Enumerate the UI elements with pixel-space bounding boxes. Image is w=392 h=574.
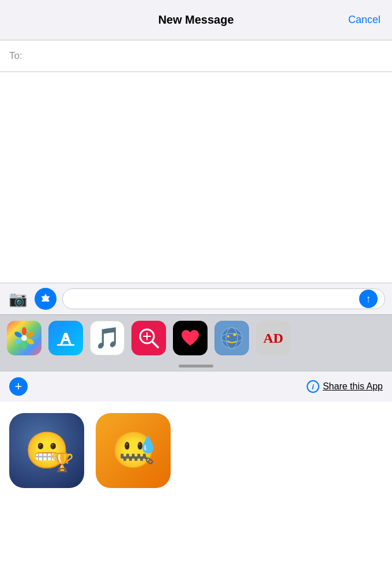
scroll-pill [179, 365, 213, 367]
web-search-icon [137, 327, 160, 350]
globe-icon [220, 326, 244, 350]
share-app-area[interactable]: i Share this App [307, 380, 383, 393]
camera-icon: 📷 [9, 290, 27, 308]
svg-point-1 [21, 335, 27, 341]
camera-button[interactable]: 📷 [7, 288, 29, 310]
sweat-icon: 💧 [138, 435, 158, 454]
to-label: To: [9, 50, 22, 62]
app-icon-web-search[interactable] [131, 321, 166, 355]
send-button[interactable]: ↑ [359, 290, 378, 308]
emoji-app-nervous[interactable]: 🤐 💧 [96, 413, 171, 488]
app-store-small-button[interactable]: A [35, 288, 56, 310]
emoji-section: 😬 🏆 🤐 💧 [0, 402, 392, 500]
svg-text:A: A [43, 294, 48, 303]
plus-icon: + [15, 380, 22, 393]
emoji-app-trophy[interactable]: 😬 🏆 [9, 413, 84, 488]
app-icon-photos[interactable] [7, 321, 42, 355]
scroll-indicator [0, 361, 392, 371]
trophy-icon: 🏆 [51, 451, 74, 473]
share-this-app-label[interactable]: Share this App [323, 381, 383, 392]
heart-icon [179, 327, 201, 349]
cancel-button[interactable]: Cancel [348, 14, 380, 26]
svg-point-5 [22, 341, 27, 349]
app-icon-heart[interactable] [173, 321, 208, 355]
svg-point-21 [233, 333, 236, 336]
message-area[interactable] [0, 72, 392, 283]
app-icon-music[interactable]: 🎵 [90, 321, 125, 355]
svg-point-20 [227, 335, 229, 337]
music-icon: 🎵 [95, 326, 120, 350]
app-icon-globe[interactable] [214, 321, 249, 355]
to-input[interactable] [27, 50, 383, 62]
ad-icon: AD [263, 331, 284, 346]
app-icon-ad[interactable]: AD [256, 321, 291, 355]
svg-point-2 [22, 327, 27, 335]
app-strip: A 🎵 [0, 314, 392, 361]
message-input-wrapper: ↑ [62, 288, 385, 309]
photos-icon [12, 325, 37, 351]
bottom-bar: + i Share this App [0, 371, 392, 402]
header-title: New Message [158, 13, 233, 27]
message-input[interactable] [70, 294, 359, 304]
appstore-icon: A [55, 328, 76, 348]
plus-button[interactable]: + [9, 377, 28, 396]
app-store-small-icon: A [39, 292, 52, 305]
send-icon: ↑ [366, 294, 371, 304]
svg-line-13 [153, 342, 158, 347]
info-icon[interactable]: i [307, 380, 319, 393]
app-icon-appstore[interactable]: A [48, 321, 83, 355]
to-field: To: [0, 40, 392, 72]
input-bar: 📷 A ↑ [0, 283, 392, 314]
header: New Message Cancel [0, 0, 392, 40]
